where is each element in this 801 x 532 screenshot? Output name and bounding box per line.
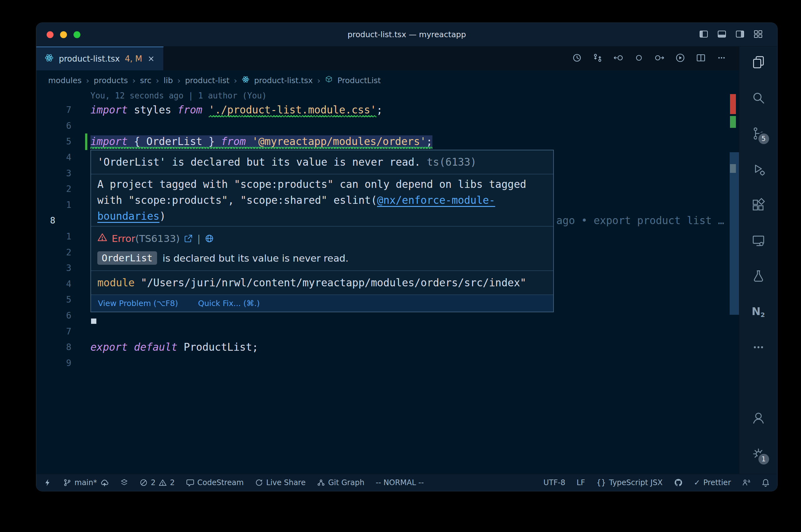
line-number: 6: [36, 308, 71, 324]
layout-controls: [699, 30, 763, 40]
line-number: 6: [36, 118, 71, 134]
code-line-export: export default ProductList;: [90, 339, 258, 355]
nx-rule-link[interactable]: @nx/enforce-module-: [377, 194, 495, 206]
breadcrumb-modules[interactable]: modules: [48, 76, 82, 85]
encoding-indicator[interactable]: UTF-8: [544, 478, 565, 487]
editor-actions: [572, 46, 739, 70]
toggle-sidebar-left-icon[interactable]: [699, 30, 708, 40]
testing-beaker-icon[interactable]: [751, 268, 766, 284]
layers-icon[interactable]: [120, 478, 128, 487]
previous-change-icon[interactable]: [613, 53, 623, 64]
notifications-bell-icon[interactable]: [762, 478, 770, 487]
hover-footer: View Problem (⌥F8) Quick Fix... (⌘.): [91, 295, 553, 312]
remote-indicator-icon[interactable]: [44, 478, 52, 487]
breadcrumb-file[interactable]: product-list.tsx: [254, 76, 313, 85]
warning-triangle-icon: [159, 478, 167, 487]
hover-resize-grip[interactable]: [91, 319, 96, 324]
feedback-icon[interactable]: [742, 478, 750, 487]
source-control-icon[interactable]: 5: [751, 126, 766, 141]
editor-scrollbar[interactable]: [730, 152, 739, 315]
nx-rule-link[interactable]: boundaries: [97, 210, 160, 222]
window-title: product-list.tsx — myreactapp: [36, 30, 777, 39]
hover-module-line: module "/Users/juri/nrwl/content/myreact…: [91, 271, 553, 295]
chevron-right-icon: ›: [317, 76, 321, 86]
split-editor-icon[interactable]: [696, 53, 706, 64]
minimize-window-button[interactable]: [60, 31, 67, 38]
change-marker-icon[interactable]: [634, 53, 644, 64]
nx-icon[interactable]: N2: [751, 304, 766, 319]
live-share-item[interactable]: Live Share: [255, 478, 306, 487]
chevron-right-icon: ›: [177, 76, 181, 86]
hover-eslint-message: A project tagged with "scope:products" c…: [91, 174, 553, 227]
chevron-right-icon: ›: [86, 76, 90, 86]
close-window-button[interactable]: [47, 31, 54, 38]
breadcrumb-products[interactable]: products: [94, 76, 128, 85]
line-number: 2: [36, 181, 71, 197]
git-branch-item[interactable]: main*: [63, 478, 109, 487]
globe-icon[interactable]: [205, 234, 214, 243]
line-number: 4: [36, 276, 71, 292]
extensions-icon[interactable]: [751, 197, 766, 212]
line-number: 3: [36, 165, 71, 181]
search-icon[interactable]: [751, 90, 766, 105]
customize-layout-icon[interactable]: [753, 30, 763, 40]
next-change-icon[interactable]: [655, 53, 665, 64]
quick-fix-link[interactable]: Quick Fix... (⌘.): [198, 299, 260, 308]
remote-explorer-icon[interactable]: [751, 233, 766, 248]
zoom-window-button[interactable]: [74, 31, 80, 38]
tab-close-icon[interactable]: [147, 55, 155, 63]
gutter-change-indicator: [85, 133, 87, 150]
account-icon[interactable]: [751, 411, 766, 426]
github-icon[interactable]: [674, 478, 683, 487]
explorer-copy-icon[interactable]: [751, 55, 766, 70]
line-number: 4: [36, 149, 71, 165]
more-views-icon[interactable]: [751, 340, 766, 355]
gitlens-codelens[interactable]: You, 12 seconds ago | 1 author (You): [90, 91, 267, 100]
breadcrumb-symbol[interactable]: ProductList: [337, 76, 381, 85]
code-line-import-orders: import { OrderList } from '@myreactapp/m…: [90, 133, 432, 149]
code-editor[interactable]: You, 12 seconds ago | 1 author (You) 7im…: [36, 90, 739, 474]
toggle-panel-icon[interactable]: [717, 30, 727, 40]
tab-product-list[interactable]: product-list.tsx 4, M: [36, 46, 164, 70]
cloud-upload-icon: [100, 478, 109, 487]
timeline-history-icon[interactable]: [572, 53, 582, 64]
share-icon: [255, 478, 263, 487]
vim-mode-indicator[interactable]: -- NORMAL --: [376, 478, 424, 487]
line-number: 7: [36, 324, 71, 339]
run-file-icon[interactable]: [675, 53, 685, 64]
git-graph-item[interactable]: Git Graph: [317, 478, 365, 487]
toggle-sidebar-right-icon[interactable]: [735, 30, 745, 40]
compare-changes-icon[interactable]: [593, 53, 603, 64]
breadcrumb-product-list-dir[interactable]: product-list: [185, 76, 229, 85]
titlebar: product-list.tsx — myreactapp: [36, 23, 777, 46]
prettier-item[interactable]: ✓ Prettier: [694, 478, 731, 487]
view-problem-link[interactable]: View Problem (⌥F8): [98, 299, 178, 308]
breadcrumb-lib[interactable]: lib: [164, 76, 173, 85]
scm-badge: 5: [759, 133, 769, 144]
branch-name: main*: [74, 478, 97, 487]
breadcrumb-src[interactable]: src: [140, 76, 152, 85]
codestream-item[interactable]: CodeStream: [186, 478, 244, 487]
code-line-import-styles: import styles from './product-list.modul…: [90, 102, 383, 118]
line-number: 7: [36, 102, 71, 118]
overview-ruler-mark: [730, 164, 736, 173]
git-branch-icon: [63, 478, 71, 487]
error-circle-icon: [140, 478, 148, 487]
check-icon: ✓: [694, 478, 700, 487]
run-gear-icon[interactable]: [751, 162, 766, 177]
error-label: Error: [112, 233, 135, 244]
tab-bar: product-list.tsx 4, M: [36, 46, 739, 70]
vscode-window: product-list.tsx — myreactapp: [36, 22, 778, 491]
react-file-icon: [44, 53, 54, 64]
symbol-cube-icon: [325, 75, 333, 86]
settings-badge: 1: [759, 454, 769, 464]
language-mode-indicator[interactable]: {} TypeScript JSX: [596, 478, 663, 487]
hover-ts-message: 'OrderList' is declared but its value is…: [91, 150, 553, 174]
open-external-icon[interactable]: [184, 234, 193, 243]
line-number: 1: [36, 197, 71, 213]
settings-gear-icon[interactable]: 1: [751, 446, 766, 461]
problems-item[interactable]: 2 2: [140, 478, 175, 487]
more-actions-icon[interactable]: [716, 53, 727, 64]
eol-indicator[interactable]: LF: [577, 478, 585, 487]
line-number: 9: [36, 355, 71, 371]
